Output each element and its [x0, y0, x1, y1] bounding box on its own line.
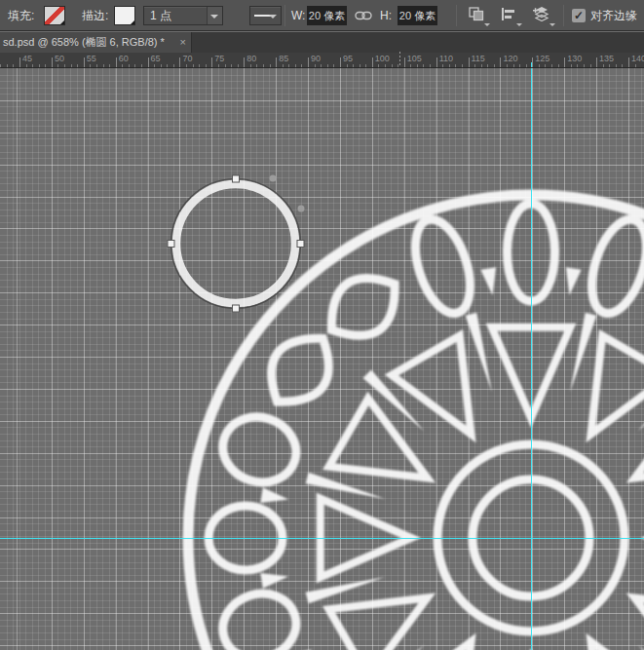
- ruler-tick: [558, 64, 559, 67]
- stroke-width-value: 1 点: [150, 7, 171, 24]
- ruler-tick: [551, 64, 552, 67]
- ruler-tick: [77, 64, 78, 67]
- ruler-label: 125: [535, 54, 549, 63]
- ruler-tick: [57, 64, 58, 67]
- ruler-tick: [539, 64, 540, 67]
- ruler-tick: [129, 64, 130, 67]
- ruler-tick: [263, 64, 264, 67]
- height-input[interactable]: 20 像素: [398, 6, 437, 25]
- canvas-area[interactable]: [0, 68, 644, 650]
- path-operations-button[interactable]: [467, 5, 490, 26]
- link-dimensions-icon[interactable]: [355, 10, 372, 21]
- ruler-tick: [333, 64, 334, 67]
- transform-handle[interactable]: [233, 175, 240, 182]
- ruler-tick: [455, 64, 456, 67]
- ruler-tick: [526, 64, 527, 67]
- ruler-tick: [308, 57, 309, 67]
- ruler-tick: [141, 64, 142, 67]
- path-arrangement-icon: [533, 6, 550, 21]
- ruler-tick: [64, 64, 65, 67]
- ruler-label: 135: [599, 54, 614, 63]
- ruler-tick: [161, 64, 162, 67]
- stroke-label: 描边:: [82, 0, 108, 31]
- ruler-tick: [436, 57, 437, 67]
- ruler-tick: [231, 64, 232, 67]
- path-alignment-button[interactable]: [499, 5, 522, 26]
- ruler-tick: [244, 57, 245, 67]
- height-label: H:: [380, 0, 392, 31]
- ruler-tick: [103, 64, 104, 67]
- ruler-tick: [186, 64, 187, 67]
- ruler-label: 120: [503, 54, 517, 63]
- ruler-tick: [635, 64, 636, 67]
- ruler-tick: [0, 64, 1, 67]
- ruler-tick: [474, 64, 475, 67]
- ruler-tick: [513, 64, 514, 67]
- ruler-label: 110: [439, 54, 453, 63]
- align-edges-label: 对齐边缘: [590, 0, 637, 31]
- ruler-tick: [283, 64, 284, 67]
- ruler-tick: [423, 64, 424, 67]
- ruler-tick: [7, 64, 8, 67]
- chevron-down-icon: [210, 15, 218, 19]
- ruler-label: 85: [279, 54, 288, 63]
- ruler-tick: [13, 64, 14, 67]
- cursor-position-indicator: [399, 52, 400, 67]
- ruler-tick: [122, 64, 123, 67]
- chevron-down-icon: [549, 23, 555, 26]
- ruler-label: 100: [375, 54, 390, 63]
- fill-swatch[interactable]: [44, 6, 65, 25]
- ruler-tick: [39, 64, 40, 67]
- ruler-tick: [449, 64, 450, 67]
- document-tab[interactable]: sd.psd @ 658% (椭圆 6, RGB/8) * ×: [0, 32, 192, 53]
- combo-arrow-zone[interactable]: [270, 7, 281, 24]
- ruler-tick: [628, 57, 629, 67]
- transform-handle[interactable]: [168, 241, 174, 248]
- ruler-label: 105: [407, 54, 422, 63]
- ruler-tick: [430, 64, 431, 67]
- ruler-label: 95: [343, 54, 353, 63]
- ruler-tick: [71, 64, 72, 67]
- photoshop-window: { "toolbar": { "fill_label": "填充:", "fil…: [0, 0, 644, 650]
- stroke-swatch[interactable]: [114, 6, 135, 25]
- ruler-tick: [19, 57, 20, 67]
- ruler-tick: [225, 64, 226, 67]
- stroke-style-combo[interactable]: [249, 6, 282, 25]
- ruler-tick: [206, 64, 207, 67]
- ruler-label: 55: [87, 54, 96, 63]
- ruler-tick: [360, 64, 360, 67]
- path-alignment-icon: [501, 7, 516, 21]
- ruler-tick: [238, 64, 239, 67]
- ruler-tick: [321, 64, 322, 67]
- ruler-tick: [173, 64, 174, 67]
- ruler-tick: [616, 64, 617, 67]
- ruler-label: 140: [631, 54, 644, 63]
- transform-handle[interactable]: [233, 305, 240, 312]
- ruler-tick: [469, 57, 470, 67]
- ruler-tick: [500, 57, 501, 67]
- separator: [563, 5, 564, 26]
- transform-handle[interactable]: [297, 241, 304, 248]
- ruler-tick: [32, 64, 33, 67]
- ruler-tick: [577, 64, 578, 67]
- ruler-tick: [462, 64, 463, 67]
- close-tab-icon[interactable]: ×: [180, 32, 186, 53]
- stroke-width-combo[interactable]: 1 点: [143, 6, 223, 25]
- width-input[interactable]: 20 像素: [307, 6, 347, 25]
- ruler-tick: [532, 57, 533, 67]
- chevron-down-icon: [516, 23, 522, 26]
- ruler-label: 65: [151, 54, 161, 63]
- chevron-down-icon: [269, 15, 277, 19]
- selection-overlay: [0, 68, 644, 650]
- ruler-tick: [353, 64, 354, 67]
- ruler-tick: [590, 64, 591, 67]
- combo-arrow-zone[interactable]: [207, 7, 222, 24]
- ruler-tick: [494, 64, 495, 67]
- ruler-label: 45: [22, 54, 32, 63]
- ruler-tick: [276, 57, 277, 67]
- path-arrangement-button[interactable]: [532, 5, 555, 26]
- align-edges-checkbox[interactable]: ✓: [572, 9, 586, 22]
- ruler-tick: [545, 64, 546, 67]
- document-tab-bar: sd.psd @ 658% (椭圆 6, RGB/8) * ×: [0, 32, 644, 53]
- horizontal-ruler[interactable]: 4550556065707580859095100105110115120125…: [0, 53, 644, 68]
